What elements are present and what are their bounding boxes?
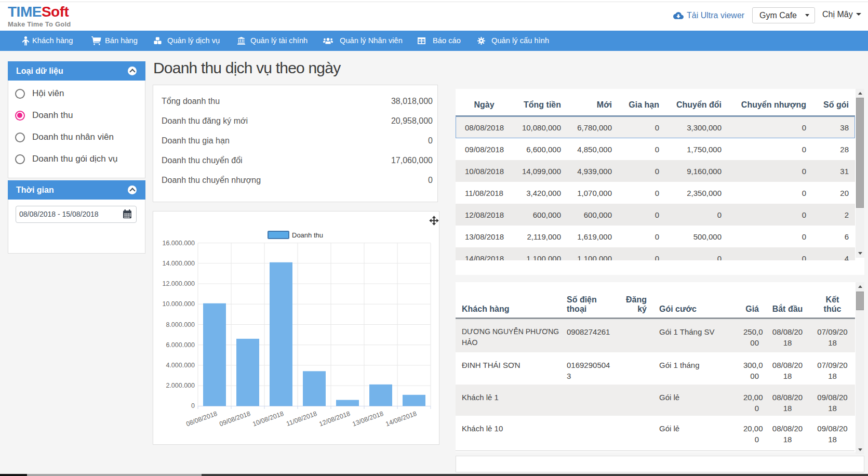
svg-text:09/08/2018: 09/08/2018: [218, 410, 251, 428]
svg-text:12/08/2018: 12/08/2018: [318, 410, 351, 428]
svg-text:08/08/2018: 08/08/2018: [185, 410, 218, 428]
svg-text:14/08/2018: 14/08/2018: [384, 410, 418, 428]
svg-text:11/08/2018: 11/08/2018: [285, 410, 318, 428]
svg-text:10/08/2018: 10/08/2018: [251, 410, 285, 428]
svg-text:0: 0: [191, 402, 195, 409]
svg-text:13/08/2018: 13/08/2018: [351, 410, 384, 428]
svg-text:Doanh thu: Doanh thu: [292, 231, 323, 239]
svg-text:10.000.000: 10.000.000: [162, 300, 195, 308]
svg-text:16.000.000: 16.000.000: [162, 240, 195, 247]
svg-text:2.000.000: 2.000.000: [166, 382, 195, 389]
svg-text:14.000.000: 14.000.000: [162, 260, 195, 267]
svg-text:12.000.000: 12.000.000: [162, 280, 195, 287]
svg-text:4.000.000: 4.000.000: [166, 362, 195, 369]
svg-text:8.000.000: 8.000.000: [166, 321, 195, 328]
svg-text:6.000.000: 6.000.000: [166, 341, 195, 349]
